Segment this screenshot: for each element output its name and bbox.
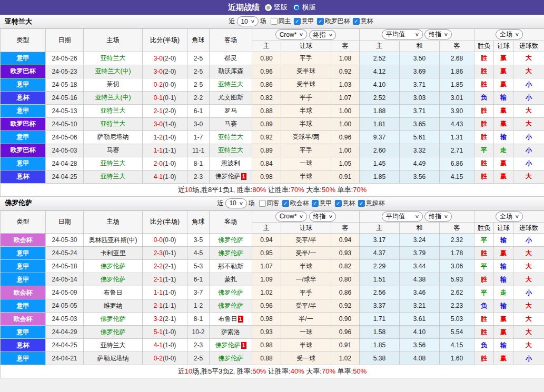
away-team-cell[interactable]: 佛罗伦萨1 bbox=[210, 170, 252, 183]
away-team-cell[interactable]: 佛罗伦萨 bbox=[210, 286, 252, 299]
home-team-cell[interactable]: 佛罗伦萨 bbox=[84, 313, 143, 326]
home-team-cell[interactable]: 亚特兰大(中) bbox=[84, 65, 143, 78]
odds-time-select[interactable]: 终指∨ bbox=[309, 212, 337, 222]
home-team-cell[interactable]: 佛罗伦萨 bbox=[84, 326, 143, 339]
away-team-cell[interactable]: 萨索洛 bbox=[210, 326, 252, 339]
away-team-name: 佛罗伦萨 bbox=[215, 341, 241, 349]
home-team-cell[interactable]: 亚特兰大(中) bbox=[84, 91, 143, 104]
odds-company-select[interactable]: Crow*∨ bbox=[275, 212, 308, 222]
avg-time-select[interactable]: 终指∨ bbox=[424, 29, 452, 39]
home-team-cell[interactable]: 萨勒尼塔纳 bbox=[84, 130, 143, 144]
odds-home: 0.89 bbox=[252, 144, 281, 157]
away-team-cell[interactable]: 佛罗伦萨 bbox=[210, 234, 252, 247]
odds-time-select[interactable]: 终指∨ bbox=[309, 30, 337, 40]
away-team-cell[interactable]: 恩波利 bbox=[210, 157, 252, 170]
home-team-cell[interactable]: 布鲁日 bbox=[84, 286, 143, 299]
radio-selected-icon[interactable] bbox=[293, 4, 300, 11]
col-date: 日期 bbox=[46, 210, 84, 234]
checkbox-icon[interactable]: ✓ bbox=[335, 200, 342, 207]
home-team-cell[interactable]: 佛罗伦萨 bbox=[84, 260, 143, 273]
away-team-cell[interactable]: 马赛 bbox=[210, 117, 252, 130]
filter-checkbox[interactable]: ✓ 意杯 bbox=[335, 199, 355, 208]
avg-odds-away: 2.23 bbox=[440, 299, 474, 313]
corner-count: 6-1 bbox=[187, 273, 210, 286]
odds-handicap: 平手 bbox=[281, 144, 331, 157]
away-team-cell[interactable]: 罗马 bbox=[210, 104, 252, 117]
col-away: 客场 bbox=[210, 29, 252, 52]
home-team-cell[interactable]: 佛罗伦萨 bbox=[84, 273, 143, 286]
home-team-cell[interactable]: 亚特兰大 bbox=[84, 339, 143, 352]
odds-company-select[interactable]: Crow*∨ bbox=[275, 29, 308, 39]
away-team-cell[interactable]: 布鲁日1 bbox=[210, 313, 252, 326]
odds-handicap: 半球 bbox=[281, 260, 331, 273]
odds-handicap: 半球 bbox=[281, 339, 331, 352]
home-team-cell[interactable]: 维罗纳 bbox=[84, 299, 143, 313]
match-count-select[interactable]: 10∨ bbox=[225, 198, 246, 208]
layout-radio-horizontal[interactable]: 横版 bbox=[293, 3, 316, 12]
checkbox-icon[interactable]: ✓ bbox=[353, 18, 360, 25]
filter-checkbox[interactable]: ✓ 意甲 bbox=[312, 199, 332, 208]
match-count-select[interactable]: 10∨ bbox=[236, 16, 258, 26]
avg-odds-draw: 3.32 bbox=[400, 144, 440, 157]
checkbox-icon[interactable]: ✓ bbox=[317, 18, 324, 25]
checkbox-icon[interactable] bbox=[271, 18, 278, 25]
match-date: 24-05-09 bbox=[46, 286, 84, 299]
away-team-cell[interactable]: 尤文图斯 bbox=[210, 91, 252, 104]
avg-odds-home: 1.85 bbox=[360, 339, 400, 352]
checkbox-icon[interactable]: ✓ bbox=[282, 200, 289, 207]
home-team-cell[interactable]: 亚特兰大 bbox=[84, 157, 143, 170]
away-team-cell[interactable]: 亚特兰大 bbox=[210, 144, 252, 157]
halftime-score: (2-0) bbox=[163, 55, 176, 62]
home-team-cell[interactable]: 亚特兰大 bbox=[84, 52, 143, 65]
layout-radio-vertical[interactable]: 竖版 bbox=[265, 3, 288, 12]
home-team-cell[interactable]: 亚特兰大 bbox=[84, 170, 143, 183]
away-team-cell[interactable]: 佛罗伦萨1 bbox=[210, 339, 252, 352]
away-team-name: 那不勒斯 bbox=[218, 263, 243, 270]
avg-odds-select[interactable]: 平均值∨ bbox=[382, 29, 423, 39]
radio-unselected-icon[interactable] bbox=[265, 4, 272, 11]
fullmatch-select[interactable]: 全场∨ bbox=[496, 212, 523, 222]
fulltime-score: 1-1 bbox=[154, 147, 163, 154]
away-team-cell[interactable]: 亚特兰大 bbox=[210, 130, 252, 144]
home-team-cell[interactable]: 亚特兰大 bbox=[84, 104, 143, 117]
match-date: 24-05-10 bbox=[46, 117, 84, 130]
odds-handicap: 平手 bbox=[281, 91, 331, 104]
chevron-down-icon: ∨ bbox=[444, 214, 449, 219]
checkbox-icon[interactable]: ✓ bbox=[294, 18, 301, 25]
checkbox-icon[interactable]: ✓ bbox=[312, 200, 319, 207]
avg-time-select[interactable]: 终指∨ bbox=[424, 212, 452, 222]
home-team-name: 亚特兰大 bbox=[101, 54, 126, 62]
fulltime-score: 3-0 bbox=[154, 120, 163, 128]
filter-checkbox[interactable]: 同客 bbox=[259, 199, 280, 208]
halftime-score: (1-0) bbox=[163, 289, 176, 296]
fulltime-score: 2-1 bbox=[154, 276, 163, 283]
away-team-cell[interactable]: 佛罗伦萨 bbox=[210, 352, 252, 365]
home-team-cell[interactable]: 马赛 bbox=[84, 144, 143, 157]
checkbox-icon[interactable] bbox=[259, 200, 266, 207]
away-team-cell[interactable]: 亚特兰大 bbox=[210, 78, 252, 91]
away-team-cell[interactable]: 勒沃库森 bbox=[210, 65, 252, 78]
away-team-cell[interactable]: 都灵 bbox=[210, 52, 252, 65]
away-team-name: 罗马 bbox=[224, 107, 237, 114]
checkbox-icon[interactable]: ✓ bbox=[358, 200, 365, 207]
away-team-name: 亚特兰大 bbox=[218, 146, 243, 154]
home-team-cell[interactable]: 莱切 bbox=[84, 78, 143, 91]
filter-checkbox[interactable]: ✓ 欧会杯 bbox=[282, 199, 309, 208]
away-team-cell[interactable]: 佛罗伦萨 bbox=[210, 247, 252, 260]
away-team-cell[interactable]: 那不勒斯 bbox=[210, 260, 252, 273]
filter-checkbox[interactable]: ✓ 意杯 bbox=[353, 17, 373, 26]
away-team-cell[interactable]: 佛罗伦萨 bbox=[210, 299, 252, 313]
home-team-cell[interactable]: 奥林匹亚科斯(中) bbox=[84, 234, 143, 247]
home-team-cell[interactable]: 萨勒尼塔纳 bbox=[84, 352, 143, 365]
table-row: 意甲 24-05-18 佛罗伦萨 2-2(2-1) 5-3 那不勒斯 1.07 … bbox=[1, 260, 544, 273]
filter-checkbox[interactable]: 同主 bbox=[271, 17, 291, 26]
home-team-cell[interactable]: 亚特兰大 bbox=[84, 117, 143, 130]
avg-odds-select[interactable]: 平均值∨ bbox=[382, 212, 423, 222]
home-team-cell[interactable]: 卡利亚里 bbox=[84, 247, 143, 260]
away-team-cell[interactable]: 蒙扎 bbox=[210, 273, 252, 286]
home-team-name: 卡利亚里 bbox=[101, 249, 126, 257]
fullmatch-select[interactable]: 全场∨ bbox=[496, 29, 523, 39]
filter-checkbox[interactable]: ✓ 意超杯 bbox=[358, 199, 385, 208]
filter-checkbox[interactable]: ✓ 欧罗巴杯 bbox=[317, 17, 350, 26]
filter-checkbox[interactable]: ✓ 意甲 bbox=[294, 17, 314, 26]
